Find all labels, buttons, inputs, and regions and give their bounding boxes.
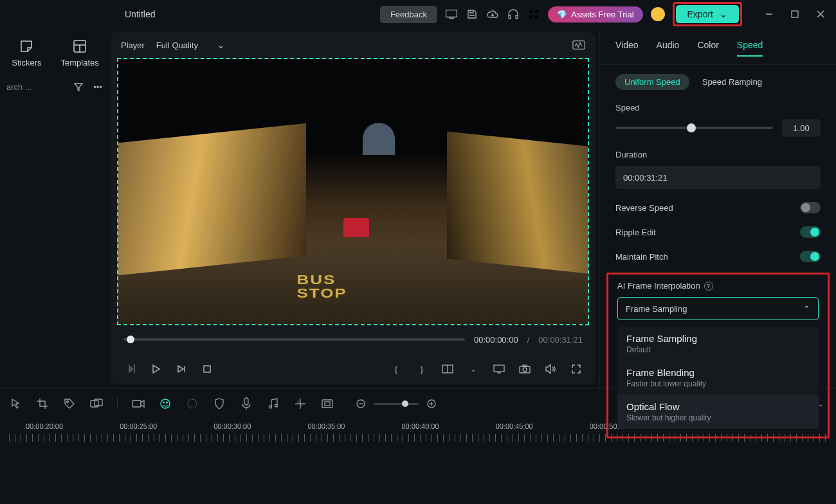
export-button[interactable]: Export ⌄ [676, 5, 739, 23]
export-label: Export [687, 9, 713, 19]
ai-option-sub: Default [626, 345, 810, 354]
tab-video[interactable]: Video [615, 40, 639, 57]
ai-interpolation-select[interactable]: Frame Sampling ⌃ [617, 297, 819, 320]
feedback-button[interactable]: Feedback [380, 6, 437, 23]
ai-option-title: Optical Flow [626, 401, 810, 412]
camera-tool-icon[interactable] [132, 397, 145, 410]
mic-tool-icon[interactable] [240, 397, 253, 410]
assets-trial-label: Assets Free Trial [571, 10, 634, 19]
reverse-speed-label: Reverse Speed [615, 203, 673, 213]
svg-rect-18 [494, 365, 504, 372]
help-icon[interactable]: ? [704, 282, 713, 291]
speed-value[interactable]: 1.00 [782, 119, 821, 137]
templates-tab[interactable]: Templates [60, 39, 98, 68]
ratio-icon[interactable] [441, 363, 454, 375]
svg-marker-13 [178, 366, 183, 372]
maintain-pitch-label: Maintain Pitch [615, 252, 668, 262]
chevron-down-icon: ⌄ [217, 40, 224, 50]
sticker-icon [19, 39, 34, 54]
chevron-down-icon: ⌄ [720, 9, 727, 19]
svg-rect-31 [244, 398, 248, 405]
ai-option-frame-sampling[interactable]: Frame Sampling Default [617, 327, 819, 361]
stop-icon[interactable] [201, 363, 214, 375]
play-icon[interactable] [149, 363, 162, 375]
waveform-icon[interactable] [572, 39, 585, 51]
save-icon[interactable] [466, 8, 478, 21]
grid-icon[interactable] [527, 8, 540, 21]
svg-point-32 [269, 406, 272, 408]
fullscreen-icon[interactable] [570, 363, 583, 375]
speed-slider[interactable] [615, 127, 773, 129]
next-frame-icon[interactable] [175, 363, 188, 375]
svg-point-29 [167, 402, 168, 403]
blur-tool-icon[interactable] [186, 397, 199, 410]
tab-color[interactable]: Color [697, 40, 718, 57]
reverse-speed-toggle[interactable] [800, 202, 821, 213]
player-label: Player [121, 40, 145, 50]
zoom-in-icon[interactable] [425, 397, 438, 410]
chevron-up-icon: ⌃ [803, 304, 810, 314]
chevron-down-icon[interactable]: ⌄ [467, 363, 480, 375]
stickers-label: Stickers [12, 58, 41, 68]
ai-option-title: Frame Blending [626, 367, 810, 378]
mask-tool-icon[interactable] [90, 397, 103, 410]
ruler-mark: 00:00:45:00 [496, 422, 533, 430]
headphones-icon[interactable] [507, 8, 520, 21]
svg-rect-3 [535, 10, 538, 13]
filter-icon[interactable] [72, 80, 85, 93]
assets-trial-button[interactable]: 💎 Assets Free Trial [548, 6, 643, 22]
ruler-mark: 00:00:25:00 [120, 422, 157, 430]
total-time: 00:00:31:21 [538, 335, 583, 345]
prev-frame-icon[interactable] [123, 363, 136, 375]
frame-tool-icon[interactable] [321, 397, 334, 410]
project-title: Untitled [125, 9, 155, 19]
duration-input[interactable]: 00:00:31:21 [615, 166, 821, 189]
cloud-icon[interactable] [486, 8, 499, 21]
minimize-icon[interactable] [763, 8, 776, 21]
uniform-speed-pill[interactable]: Uniform Speed [615, 74, 689, 90]
close-icon[interactable] [814, 8, 827, 21]
svg-rect-5 [535, 15, 538, 19]
svg-rect-2 [529, 10, 532, 13]
search-input[interactable]: arch ... [6, 82, 66, 92]
svg-point-30 [188, 399, 197, 408]
crop-tool-icon[interactable] [36, 397, 49, 410]
more-icon[interactable]: ••• [91, 80, 104, 93]
svg-point-33 [275, 404, 278, 407]
speed-ramping-option[interactable]: Speed Ramping [702, 77, 762, 87]
export-highlight: Export ⌄ [673, 2, 742, 26]
svg-rect-15 [204, 366, 210, 372]
tag-tool-icon[interactable] [63, 397, 76, 410]
shield-tool-icon[interactable] [213, 397, 226, 410]
maintain-pitch-toggle[interactable] [800, 251, 821, 262]
pointer-tool-icon[interactable] [9, 397, 22, 410]
smiley-tool-icon[interactable] [159, 397, 172, 410]
ai-frame-interpolation-label: AI Frame Interpolation [617, 281, 700, 291]
screen-icon[interactable] [445, 8, 458, 21]
emoji-icon[interactable] [651, 7, 665, 21]
zoom-slider[interactable] [374, 403, 419, 405]
svg-rect-7 [792, 11, 798, 17]
tab-speed[interactable]: Speed [737, 40, 763, 57]
volume-icon[interactable] [544, 363, 557, 375]
seek-bar[interactable] [123, 338, 465, 341]
music-tool-icon[interactable] [267, 397, 280, 410]
ai-option-frame-blending[interactable]: Frame Blending Faster but lower quality [617, 361, 819, 395]
preview-canvas[interactable]: BUSSTOP [117, 58, 589, 325]
zoom-out-icon[interactable] [354, 397, 367, 410]
svg-marker-12 [153, 365, 159, 373]
display-icon[interactable] [493, 363, 505, 375]
templates-icon [72, 39, 87, 54]
ai-frame-interpolation-highlight: AI Frame Interpolation ? Frame Sampling … [606, 273, 830, 438]
ruler-mark: 00:00:20:00 [26, 422, 63, 430]
mark-in-icon[interactable]: { [390, 363, 403, 375]
snapshot-icon[interactable] [518, 363, 531, 375]
quality-select[interactable]: Full Quality ⌄ [156, 40, 224, 50]
ripple-edit-toggle[interactable] [800, 226, 821, 238]
ai-option-optical-flow[interactable]: Optical Flow Slower but higher quality [617, 395, 819, 429]
snap-tool-icon[interactable] [294, 397, 307, 410]
mark-out-icon[interactable]: } [415, 363, 428, 375]
tab-audio[interactable]: Audio [657, 40, 680, 57]
maximize-icon[interactable] [788, 8, 801, 21]
stickers-tab[interactable]: Stickers [12, 39, 41, 68]
